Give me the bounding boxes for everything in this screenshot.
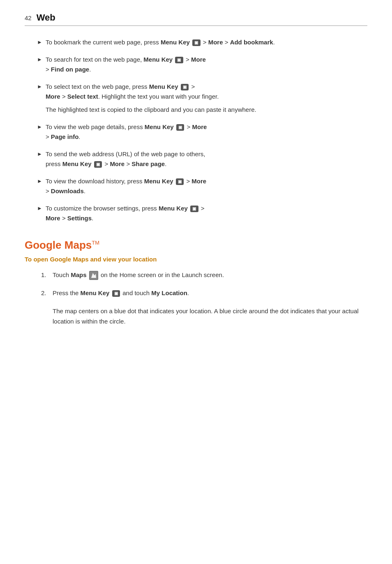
my-location-label: My Location [151, 289, 187, 296]
more-label: More [191, 178, 206, 185]
bullet-text: To customize the browser settings, press… [46, 203, 367, 223]
bullet-arrow-icon: ► [37, 150, 42, 158]
bullet-arrow-icon: ► [37, 38, 42, 46]
bullet-text: To send the web address (URL) of the web… [46, 149, 367, 169]
page-number: 42 [25, 14, 32, 21]
downloads-label: Downloads [51, 187, 84, 194]
menu-key-icon: ▣ [176, 178, 184, 185]
step-1: 1. Touch Maps on the Home screen or in t… [41, 270, 367, 280]
menu-key-icon: ▣ [94, 161, 102, 168]
menu-key-icon: ▣ [181, 84, 189, 90]
share-page-label: Share page [131, 160, 165, 167]
step-number: 1. [41, 270, 49, 280]
menu-key-label: Menu Key [149, 83, 178, 90]
web-bullet-list: ► To bookmark the current web page, pres… [37, 37, 367, 223]
step-text: Press the Menu Key ▣ and touch My Locati… [53, 288, 367, 298]
more-label: More [208, 39, 223, 46]
subsection-title: To open Google Maps and view your locati… [25, 256, 367, 263]
step-text: Touch Maps on the Home screen or in the … [53, 270, 367, 280]
bullet-arrow-icon: ► [37, 83, 42, 91]
bullet-arrow-icon: ► [37, 55, 42, 64]
list-item: ► To send the web address (URL) of the w… [37, 149, 367, 169]
select-text-label: Select text [67, 93, 98, 100]
page-container: 42 Web ► To bookmark the current web pag… [0, 0, 392, 564]
page-info-label: Page info [51, 133, 79, 140]
menu-key-icon: ▣ [175, 57, 183, 63]
map-location-description: The map centers on a blue dot that indic… [53, 306, 367, 327]
google-maps-title: Google MapsTM [25, 239, 367, 252]
bullet-text: To view the download history, press Menu… [46, 176, 367, 196]
add-bookmark-label: Add bookmark [230, 39, 273, 46]
list-item: ► To search for text on the web page, Me… [37, 55, 367, 74]
menu-key-icon: ▣ [190, 206, 198, 212]
menu-key-icon: ▣ [192, 39, 201, 46]
list-item: ► To customize the browser settings, pre… [37, 203, 367, 223]
google-maps-steps: 1. Touch Maps on the Home screen or in t… [41, 270, 367, 298]
page-title: Web [37, 12, 55, 23]
list-item: ► To view the download history, press Me… [37, 176, 367, 196]
menu-key-label: Menu Key [145, 123, 174, 130]
find-on-page-label: Find on page [51, 66, 89, 73]
page-header: 42 Web [25, 12, 367, 26]
bullet-arrow-icon: ► [37, 177, 42, 185]
menu-key-icon: ▣ [176, 124, 184, 131]
list-item: ► To select text on the web page, press … [37, 82, 367, 115]
menu-key-label: Menu Key [144, 178, 173, 185]
google-maps-title-text: Google Maps [25, 239, 92, 251]
list-item: ► To view the web page details, press Me… [37, 122, 367, 142]
step-2: 2. Press the Menu Key ▣ and touch My Loc… [41, 288, 367, 298]
step-number: 2. [41, 288, 49, 298]
bullet-text: To search for text on the web page, Menu… [46, 55, 367, 74]
menu-key-label: Menu Key [159, 205, 188, 212]
bullet-text: To select text on the web page, press Me… [46, 83, 219, 100]
menu-key-label: Menu Key [143, 56, 173, 63]
menu-key-label: Menu Key [161, 39, 190, 46]
more-label: More [46, 215, 60, 222]
trademark-symbol: TM [92, 240, 99, 246]
more-label: More [191, 56, 206, 63]
clipboard-note: The highlighted text is copied to the cl… [46, 105, 367, 115]
list-item: ► To bookmark the current web page, pres… [37, 37, 367, 47]
more-label: More [110, 160, 125, 167]
bullet-arrow-icon: ► [37, 123, 42, 131]
bullet-text: To view the web page details, press Menu… [46, 122, 367, 142]
menu-key-icon: ▣ [112, 290, 120, 297]
maps-app-icon [89, 271, 98, 280]
more-label: More [46, 93, 60, 100]
settings-label: Settings [67, 215, 92, 222]
bullet-arrow-icon: ► [37, 204, 42, 213]
more-label: More [192, 123, 207, 130]
maps-label: Maps [71, 271, 86, 278]
menu-key-label: Menu Key [62, 160, 92, 167]
bullet-text: To bookmark the current web page, press … [46, 37, 367, 47]
google-maps-section: Google MapsTM To open Google Maps and vi… [25, 239, 367, 327]
menu-key-label: Menu Key [81, 289, 110, 296]
